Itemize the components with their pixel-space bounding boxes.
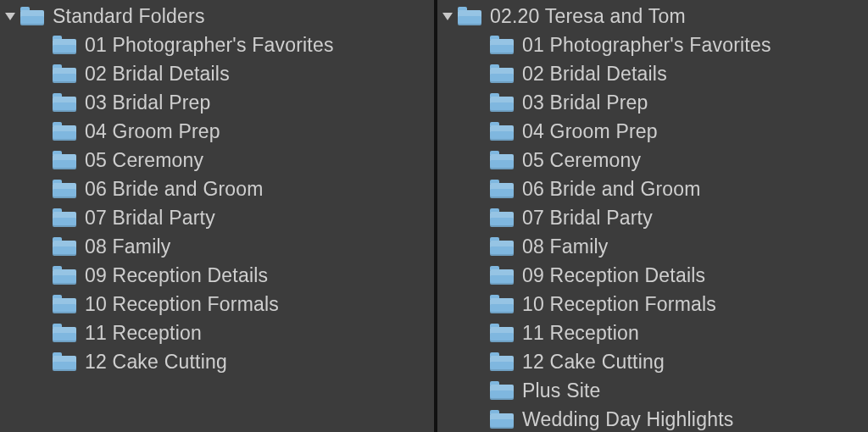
folder-icon xyxy=(490,151,514,169)
folder-icon xyxy=(490,180,514,198)
folder-row[interactable]: Wedding Day Highlights xyxy=(437,405,868,432)
folder-label: 12 Cake Cutting xyxy=(85,347,227,376)
folder-icon xyxy=(458,7,481,25)
folder-row[interactable]: Plus Site xyxy=(437,376,868,405)
folder-row[interactable]: 03 Bridal Prep xyxy=(437,88,868,117)
folder-icon xyxy=(490,295,514,313)
folder-icon xyxy=(53,151,76,169)
folder-row[interactable]: 01 Photographer's Favorites xyxy=(0,30,434,59)
folder-icon xyxy=(490,64,514,83)
folder-label: 02 Bridal Details xyxy=(522,59,667,88)
folder-row[interactable]: 08 Family xyxy=(437,232,868,261)
folder-row[interactable]: 12 Cake Cutting xyxy=(437,347,868,376)
folder-icon xyxy=(53,208,76,227)
folder-icon xyxy=(490,266,514,285)
folder-icon xyxy=(490,381,514,400)
folder-row[interactable]: 07 Bridal Party xyxy=(437,203,868,232)
folder-row[interactable]: 08 Family xyxy=(0,232,434,261)
folder-header-row[interactable]: 02.20 Teresa and Tom xyxy=(437,2,868,30)
folder-label: 04 Groom Prep xyxy=(85,117,220,146)
folder-row[interactable]: 11 Reception xyxy=(437,318,868,347)
folder-label: 02 Bridal Details xyxy=(85,59,230,88)
folder-row[interactable]: 03 Bridal Prep xyxy=(0,88,434,117)
folder-row[interactable]: 12 Cake Cutting xyxy=(0,347,434,376)
folder-icon xyxy=(53,180,76,198)
folder-row[interactable]: 11 Reception xyxy=(0,318,434,347)
folder-label: 11 Reception xyxy=(85,318,202,347)
folder-panel-left: Standard Folders 01 Photographer's Favor… xyxy=(0,0,434,432)
folder-tree: 02.20 Teresa and Tom 01 Photographer's F… xyxy=(437,0,868,432)
folder-row[interactable]: 01 Photographer's Favorites xyxy=(437,30,868,59)
folder-row[interactable]: 09 Reception Details xyxy=(437,261,868,290)
folder-icon xyxy=(490,324,514,342)
folder-icon xyxy=(53,93,76,112)
folder-row[interactable]: 06 Bride and Groom xyxy=(437,174,868,203)
folder-panel-right: 02.20 Teresa and Tom 01 Photographer's F… xyxy=(434,0,868,432)
folder-label: 09 Reception Details xyxy=(85,261,268,290)
folder-row[interactable]: 10 Reception Formals xyxy=(0,290,434,318)
folder-icon xyxy=(53,122,76,141)
folder-label: 05 Ceremony xyxy=(522,146,641,174)
folder-label: 06 Bride and Groom xyxy=(522,174,701,203)
folder-icon xyxy=(490,93,514,112)
folder-icon xyxy=(490,237,514,256)
folder-header-row[interactable]: Standard Folders xyxy=(0,2,434,30)
folder-label: 07 Bridal Party xyxy=(85,203,215,232)
folder-label: 04 Groom Prep xyxy=(522,117,658,146)
folder-icon xyxy=(53,295,76,313)
disclosure-triangle-icon[interactable] xyxy=(5,13,15,20)
folder-icon xyxy=(53,266,76,285)
folder-icon xyxy=(490,208,514,227)
folder-header-label: Standard Folders xyxy=(53,2,205,30)
folder-row[interactable]: 04 Groom Prep xyxy=(437,117,868,146)
folder-row[interactable]: 09 Reception Details xyxy=(0,261,434,290)
folder-row[interactable]: 05 Ceremony xyxy=(0,146,434,174)
folder-label: 12 Cake Cutting xyxy=(522,347,665,376)
folder-label: 03 Bridal Prep xyxy=(522,88,648,117)
folder-row[interactable]: 02 Bridal Details xyxy=(0,59,434,88)
folder-header-label: 02.20 Teresa and Tom xyxy=(490,2,686,30)
folder-row[interactable]: 07 Bridal Party xyxy=(0,203,434,232)
folder-row[interactable]: 10 Reception Formals xyxy=(437,290,868,318)
folder-row[interactable]: 02 Bridal Details xyxy=(437,59,868,88)
disclosure-triangle-icon[interactable] xyxy=(442,13,453,20)
folder-label: 05 Ceremony xyxy=(85,146,203,174)
folder-icon xyxy=(490,122,514,141)
folder-icon xyxy=(490,36,514,54)
folder-icon xyxy=(53,64,76,83)
folder-label: 03 Bridal Prep xyxy=(85,88,211,117)
folder-label: 10 Reception Formals xyxy=(522,290,716,318)
folder-row[interactable]: 06 Bride and Groom xyxy=(0,174,434,203)
split-view: Standard Folders 01 Photographer's Favor… xyxy=(0,0,868,432)
folder-label: 01 Photographer's Favorites xyxy=(85,30,334,59)
folder-row[interactable]: 05 Ceremony xyxy=(437,146,868,174)
folder-label: 11 Reception xyxy=(522,318,639,347)
folder-icon xyxy=(53,237,76,256)
folder-label: Plus Site xyxy=(522,376,601,405)
folder-label: 10 Reception Formals xyxy=(85,290,279,318)
folder-icon xyxy=(53,36,76,54)
folder-label: Wedding Day Highlights xyxy=(522,405,733,432)
folder-label: 06 Bride and Groom xyxy=(85,174,264,203)
folder-label: 08 Family xyxy=(85,232,171,261)
folder-label: 09 Reception Details xyxy=(522,261,705,290)
folder-label: 07 Bridal Party xyxy=(522,203,653,232)
folder-icon xyxy=(490,410,514,429)
folder-icon xyxy=(53,352,76,371)
folder-row[interactable]: 04 Groom Prep xyxy=(0,117,434,146)
folder-icon xyxy=(20,7,44,25)
folder-icon xyxy=(490,352,514,371)
folder-label: 08 Family xyxy=(522,232,609,261)
folder-label: 01 Photographer's Favorites xyxy=(522,30,771,59)
folder-tree: Standard Folders 01 Photographer's Favor… xyxy=(0,0,434,376)
folder-icon xyxy=(53,324,76,342)
